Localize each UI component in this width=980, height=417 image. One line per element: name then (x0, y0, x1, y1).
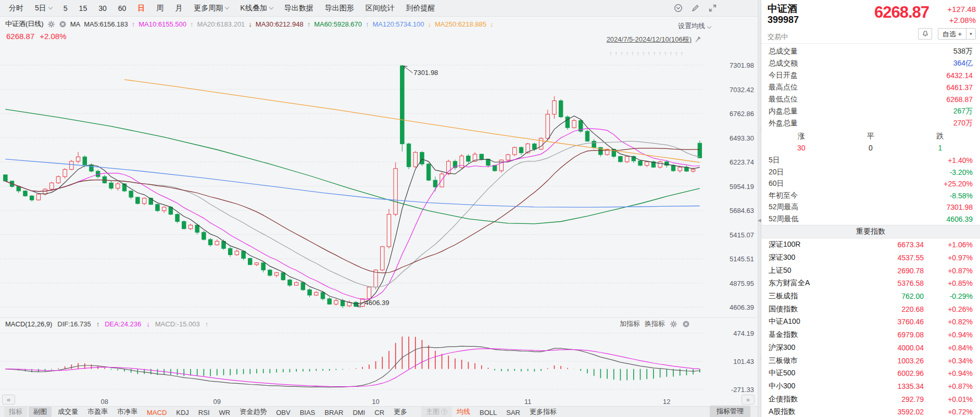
tab-OBV[interactable]: OBV (271, 408, 295, 417)
toolbar-item-5日[interactable]: 5日 (29, 4, 58, 13)
index-row[interactable]: 三板成指762.00-0.29% (761, 290, 980, 303)
date-range-button[interactable]: 2024/7/5-2024/12/10(106根) (607, 35, 701, 44)
tab-资金趋势[interactable]: 资金趋势 (235, 407, 271, 417)
close-circle-icon[interactable] (682, 320, 690, 328)
chart-area: 7301.987032.426762.866493.306223.745954.… (0, 17, 758, 417)
stat-value: 538万 (953, 47, 973, 56)
tab-BRAR[interactable]: BRAR (320, 408, 348, 417)
index-name: 中证A100 (769, 317, 868, 326)
toolbar-item-月[interactable]: 月 (169, 4, 188, 13)
stat-row: 今日开盘6432.14 (761, 69, 980, 81)
tab-主图[interactable]: 主图? (421, 407, 452, 417)
index-row[interactable]: 中证5006002.96+0.94% (761, 367, 980, 380)
index-pct: +0.87% (924, 382, 973, 390)
macd-indicator-row: MACD(12,26,9)DIF:16.735↑DEA:24.236↓MACD:… (5, 319, 758, 328)
index-row[interactable]: 深证100R6673.34+1.06% (761, 238, 980, 251)
index-row[interactable]: A股指数3592.02+0.72% (761, 406, 980, 417)
index-name: 中小300 (769, 382, 868, 391)
index-row[interactable]: 基金指数6979.08+0.94% (761, 328, 980, 342)
index-name: 深证300 (769, 253, 868, 262)
period-return-row: 52周最高7301.98 (761, 201, 980, 213)
period-return-row: 20日-3.20% (761, 167, 980, 179)
circle-chevron-down-icon[interactable] (674, 4, 683, 12)
toolbar-item-分时[interactable]: 分时 (3, 4, 29, 13)
index-row[interactable]: 中小3001335.34+0.87% (761, 380, 980, 393)
tab-CR[interactable]: CR (370, 408, 389, 417)
index-name: 三板成指 (769, 292, 868, 301)
index-row[interactable]: 中证A1003760.46+0.82% (761, 315, 980, 328)
scroll-left-button[interactable]: « (2, 395, 15, 405)
action-换指标[interactable]: 换指标 (645, 319, 665, 328)
kline-chart[interactable]: 7301.987032.426762.866493.306223.745954.… (0, 17, 758, 417)
stat-row: 外盘总量270万 (761, 117, 980, 129)
toolbar-item-区间统计[interactable]: 区间统计 (360, 4, 400, 13)
stat-label: 今日开盘 (769, 71, 798, 80)
tab-KDJ[interactable]: KDJ (171, 408, 194, 417)
collapse-panel-icon[interactable]: ◀ (758, 218, 761, 223)
tab-DMI[interactable]: DMI (348, 408, 370, 417)
macd-lines (5, 346, 700, 387)
high-annotation: 7301.98 (413, 69, 438, 77)
ma-value: MA60:5928.670 (314, 20, 362, 28)
fullscreen-icon[interactable] (708, 4, 717, 12)
price-alert-button[interactable] (918, 28, 932, 40)
watchlist-dropdown[interactable]: ▼ (966, 29, 975, 39)
toolbar-item-导出数据[interactable]: 导出数据 (279, 4, 319, 13)
last-price: 6268.87 (874, 3, 929, 22)
toolbar-item-更多周期[interactable]: 更多周期 (188, 4, 234, 13)
toolbar-item-15[interactable]: 15 (73, 4, 93, 12)
toolbar-item-60[interactable]: 60 (112, 4, 132, 12)
add-watchlist-button[interactable]: 自选 + ▼ (938, 28, 976, 40)
stat-label: 最低点位 (769, 95, 798, 104)
tab-MACD[interactable]: MACD (142, 408, 171, 417)
index-row[interactable]: 国债指数220.68+0.26% (761, 302, 980, 315)
toolbar-item-30[interactable]: 30 (93, 4, 112, 12)
tab-更多[interactable]: 更多 (389, 407, 412, 417)
index-row[interactable]: 企债指数292.79+0.01% (761, 393, 980, 406)
toolbar-item-K线叠加[interactable]: K线叠加 (234, 4, 278, 13)
gear-icon[interactable] (670, 320, 677, 328)
index-row[interactable]: 沪深3004000.04+0.84% (761, 342, 980, 355)
toolbar-item-到价提醒[interactable]: 到价提醒 (400, 4, 441, 13)
dea-value: DEA:24.236 (105, 320, 141, 328)
index-name: 沪深300 (769, 343, 868, 352)
tab-市盈率[interactable]: 市盈率 (83, 407, 112, 417)
tab-成交量[interactable]: 成交量 (53, 407, 83, 417)
index-value: 5376.58 (868, 279, 924, 287)
tab-副图[interactable]: 副图 (29, 407, 52, 417)
gear-icon[interactable] (47, 20, 55, 28)
toolbar-item-导出图形[interactable]: 导出图形 (319, 4, 360, 13)
toolbar-item-日[interactable]: 日 (132, 4, 150, 13)
macd-actions: 加指标换指标 (620, 319, 690, 328)
price-axis-label: 5684.63 (730, 207, 754, 214)
tab-指标[interactable]: 指标 (4, 407, 27, 417)
ma-value: MA30:6212.948 (256, 20, 304, 28)
toolbar-item-5[interactable]: 5 (58, 4, 73, 12)
index-row[interactable]: 三板做市1003.26+0.34% (761, 354, 980, 367)
index-row[interactable]: 东方财富全A5376.58+0.85% (761, 277, 980, 290)
advance-decline-values: 3001 (767, 142, 975, 154)
indicator-manage-button[interactable]: 指标管理 (710, 406, 750, 417)
tab-WR[interactable]: WR (215, 408, 235, 417)
index-row[interactable]: 上证502690.78+0.87% (761, 264, 980, 277)
tab-BIAS[interactable]: BIAS (295, 408, 320, 417)
updown-label: 平 (836, 132, 905, 141)
tab-SAR[interactable]: SAR (501, 408, 525, 417)
tab-更多指标[interactable]: 更多指标 (525, 407, 561, 417)
brush-icon[interactable] (691, 4, 700, 12)
tab-RSI[interactable]: RSI (194, 408, 215, 417)
tab-市净率[interactable]: 市净率 (112, 407, 142, 417)
price-axis-label: 5415.07 (730, 231, 754, 239)
action-加指标[interactable]: 加指标 (620, 319, 640, 328)
index-pct: +0.94% (924, 369, 973, 377)
tab-均线[interactable]: 均线 (452, 407, 475, 417)
ma-settings-button[interactable]: 设置均线 (678, 21, 711, 31)
index-row[interactable]: 深证3004537.55+0.97% (761, 251, 980, 264)
ma-trend-arrow: ↑ (307, 20, 311, 28)
toolbar-item-周[interactable]: 周 (150, 4, 169, 13)
index-pct: +0.85% (924, 279, 973, 287)
close-circle-icon[interactable] (59, 20, 67, 28)
scroll-right-button[interactable]: » (742, 395, 755, 405)
tab-BOLL[interactable]: BOLL (475, 408, 501, 417)
panel-resize-divider[interactable]: ⋮ ◀ ⋮ (758, 0, 761, 417)
